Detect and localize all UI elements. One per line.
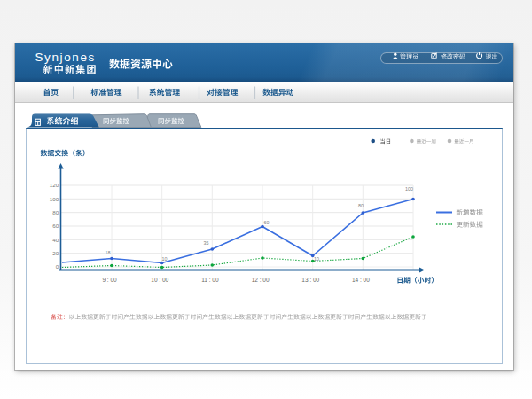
svg-text:100: 100: [405, 186, 413, 192]
svg-text:12 : 00: 12 : 00: [252, 277, 270, 283]
svg-text:80: 80: [358, 203, 364, 208]
svg-text:80: 80: [52, 209, 59, 215]
svg-text:0: 0: [56, 263, 59, 270]
svg-text:60: 60: [52, 223, 59, 229]
svg-text:9 : 00: 9 : 00: [102, 277, 117, 283]
svg-text:35: 35: [204, 240, 209, 246]
svg-text:20: 20: [52, 250, 59, 256]
svg-text:10: 10: [162, 256, 168, 262]
svg-text:40: 40: [52, 237, 59, 243]
svg-text:120: 120: [50, 182, 59, 188]
svg-text:14 : 00: 14 : 00: [352, 277, 370, 283]
svg-text:100: 100: [50, 196, 59, 202]
svg-text:13 : 00: 13 : 00: [301, 277, 319, 283]
svg-text:Synjones: Synjones: [35, 51, 96, 64]
svg-text:18: 18: [106, 250, 111, 255]
svg-text:10 : 00: 10 : 00: [151, 277, 168, 283]
svg-text:11 : 00: 11 : 00: [201, 277, 219, 283]
svg-text:60: 60: [264, 220, 270, 225]
svg-text:10: 10: [314, 256, 319, 262]
